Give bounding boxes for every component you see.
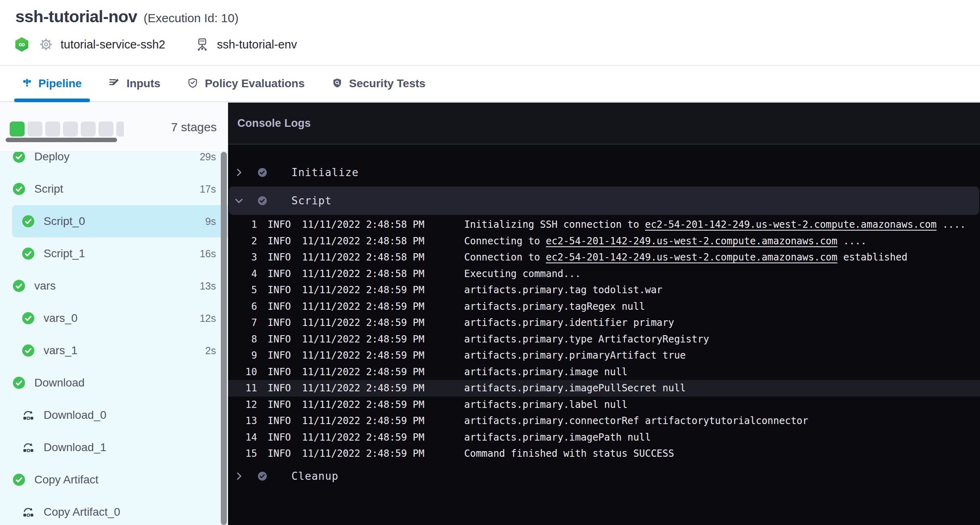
success-check-icon bbox=[22, 344, 34, 357]
host-link[interactable]: ec2-54-201-142-249.us-west-2.compute.ama… bbox=[645, 219, 936, 230]
log-line[interactable]: 9 INFO 11/11/2022 2:48:59 PM artifacts.p… bbox=[228, 347, 980, 364]
log-line[interactable]: 2 INFO 11/11/2022 2:48:58 PM Connecting … bbox=[228, 233, 980, 250]
stage-row-script_0[interactable]: Script_0 9s bbox=[0, 205, 228, 237]
stage-row-script[interactable]: Script 17s bbox=[0, 173, 228, 205]
stage-label: Download_1 bbox=[44, 441, 107, 454]
console-log-body: Initialize Script 1 INFO 11/11/2022 2:48… bbox=[228, 145, 980, 525]
log-line-number: 4 bbox=[228, 268, 257, 279]
log-line[interactable]: 4 INFO 11/11/2022 2:48:58 PM Executing c… bbox=[228, 266, 980, 282]
stage-label: Script_1 bbox=[44, 247, 85, 260]
log-line-number: 10 bbox=[228, 366, 257, 378]
stage-row-download[interactable]: Download bbox=[0, 367, 228, 399]
log-timestamp: 11/11/2022 2:48:59 PM bbox=[302, 415, 426, 426]
stage-duration: 12s bbox=[200, 313, 216, 324]
success-check-icon bbox=[22, 248, 34, 260]
service-env-row: ∞ tutorial-ser bbox=[15, 36, 297, 52]
stage-row-copy-artifact_0[interactable]: Copy Artifact_0 bbox=[0, 496, 228, 525]
infinity-icon: ∞ bbox=[19, 40, 25, 49]
console-logs-title: Console Logs bbox=[237, 117, 311, 130]
log-line-number: 13 bbox=[228, 415, 257, 426]
log-line[interactable]: 10 INFO 11/11/2022 2:48:59 PM artifacts.… bbox=[228, 364, 980, 380]
tab-policy-evaluations[interactable]: Policy Evaluations bbox=[179, 66, 313, 101]
progress-segment-pending bbox=[27, 122, 42, 136]
title-row: ssh-tutorial-nov (Execution Id: 10) bbox=[15, 7, 239, 27]
service-name[interactable]: tutorial-service-ssh2 bbox=[61, 38, 165, 51]
stage-row-download_0[interactable]: Download_0 bbox=[0, 399, 228, 431]
log-timestamp: 11/11/2022 2:48:59 PM bbox=[302, 334, 426, 345]
stage-label: vars bbox=[34, 279, 56, 292]
log-message: artifacts.primary.label null bbox=[464, 399, 628, 410]
host-link[interactable]: ec2-54-201-142-249.us-west-2.compute.ama… bbox=[546, 235, 837, 247]
log-level: INFO bbox=[268, 317, 292, 328]
progress-segment-pending bbox=[98, 122, 113, 136]
log-line-number: 14 bbox=[228, 432, 257, 443]
execution-id: (Execution Id: 10) bbox=[144, 11, 239, 25]
stage-row-vars[interactable]: vars 13s bbox=[0, 270, 228, 302]
log-line[interactable]: 12 INFO 11/11/2022 2:48:59 PM artifacts.… bbox=[228, 397, 980, 413]
section-label: Script bbox=[291, 195, 332, 207]
log-section-initialize[interactable]: Initialize bbox=[228, 158, 980, 187]
stage-row-copy-artifact[interactable]: Copy Artifact bbox=[0, 464, 228, 496]
environment-icon bbox=[196, 38, 209, 51]
stage-duration: 29s bbox=[200, 151, 216, 163]
sidebar-vertical-scrollbar[interactable] bbox=[221, 152, 227, 525]
log-level: INFO bbox=[268, 366, 292, 378]
progress-segment-complete bbox=[10, 122, 25, 136]
success-check-icon bbox=[13, 377, 25, 389]
progress-segment-pending bbox=[45, 122, 60, 136]
tab-bar: Pipeline Inputs Policy Evaluations Secur… bbox=[0, 66, 980, 102]
log-line[interactable]: 1 INFO 11/11/2022 2:48:58 PM Initializin… bbox=[228, 216, 980, 233]
page-title: ssh-tutorial-nov bbox=[15, 7, 137, 26]
step-group-arc-icon bbox=[22, 409, 34, 421]
section-label: Initialize bbox=[291, 166, 359, 178]
log-timestamp: 11/11/2022 2:48:58 PM bbox=[302, 252, 426, 263]
log-line[interactable]: 11 INFO 11/11/2022 2:48:59 PM artifacts.… bbox=[228, 380, 980, 397]
page-header: ssh-tutorial-nov (Execution Id: 10) ∞ bbox=[0, 0, 980, 66]
log-line[interactable]: 5 INFO 11/11/2022 2:48:59 PM artifacts.p… bbox=[228, 282, 980, 298]
tab-security-tests[interactable]: Security Tests bbox=[324, 66, 434, 101]
log-line[interactable]: 14 INFO 11/11/2022 2:48:59 PM artifacts.… bbox=[228, 429, 980, 446]
stage-row-download_1[interactable]: Download_1 bbox=[0, 431, 228, 464]
stage-row-vars_0[interactable]: vars_0 12s bbox=[0, 302, 228, 334]
gear-icon bbox=[40, 38, 52, 51]
log-level: INFO bbox=[268, 415, 292, 426]
log-line[interactable]: 6 INFO 11/11/2022 2:48:59 PM artifacts.p… bbox=[228, 298, 980, 315]
stage-label: Download_0 bbox=[44, 409, 107, 422]
step-group-arc-icon bbox=[22, 506, 34, 518]
log-section-cleanup[interactable]: Cleanup bbox=[228, 462, 980, 490]
log-level: INFO bbox=[268, 399, 292, 410]
success-check-icon bbox=[13, 151, 25, 163]
stage-row-vars_1[interactable]: vars_1 2s bbox=[0, 334, 228, 367]
section-success-icon bbox=[258, 471, 267, 481]
stage-list: Deploy 29s Script 17s Script_0 9s Script… bbox=[0, 141, 228, 525]
chevron-right-icon bbox=[234, 471, 244, 481]
tab-inputs[interactable]: Inputs bbox=[101, 66, 169, 101]
host-link[interactable]: ec2-54-201-142-249.us-west-2.compute.ama… bbox=[546, 252, 837, 263]
stage-progress-segments bbox=[10, 122, 127, 136]
log-line-number: 1 bbox=[228, 219, 257, 230]
tab-pipeline[interactable]: Pipeline bbox=[14, 66, 90, 101]
execution-page: ssh-tutorial-nov (Execution Id: 10) ∞ bbox=[0, 0, 980, 525]
log-level: INFO bbox=[268, 350, 292, 361]
environment-name[interactable]: ssh-tutorial-env bbox=[217, 38, 297, 51]
log-timestamp: 11/11/2022 2:48:59 PM bbox=[302, 317, 426, 328]
log-line[interactable]: 3 INFO 11/11/2022 2:48:58 PM Connection … bbox=[228, 249, 980, 266]
log-timestamp: 11/11/2022 2:48:58 PM bbox=[302, 235, 426, 247]
stages-sidebar: Deploy 29s Script 17s Script_0 9s Script… bbox=[0, 103, 228, 525]
log-line[interactable]: 15 INFO 11/11/2022 2:48:59 PM Command fi… bbox=[228, 445, 980, 462]
log-timestamp: 11/11/2022 2:48:59 PM bbox=[302, 432, 426, 443]
log-line[interactable]: 8 INFO 11/11/2022 2:48:59 PM artifacts.p… bbox=[228, 331, 980, 348]
log-level: INFO bbox=[268, 235, 292, 247]
log-timestamp: 11/11/2022 2:48:59 PM bbox=[302, 448, 426, 459]
stage-duration: 13s bbox=[200, 280, 216, 292]
log-line[interactable]: 13 INFO 11/11/2022 2:48:59 PM artifacts.… bbox=[228, 413, 980, 429]
log-line[interactable]: 7 INFO 11/11/2022 2:48:59 PM artifacts.p… bbox=[228, 315, 980, 331]
log-line-number: 12 bbox=[228, 399, 257, 410]
log-line-number: 8 bbox=[228, 334, 257, 345]
horizontal-scrollbar[interactable] bbox=[6, 138, 117, 142]
stage-label: Script bbox=[34, 183, 63, 195]
log-section-script[interactable]: Script bbox=[229, 187, 979, 215]
stage-row-script_1[interactable]: Script_1 16s bbox=[0, 237, 228, 270]
inputs-icon bbox=[109, 78, 119, 90]
stage-duration: 16s bbox=[200, 248, 216, 260]
